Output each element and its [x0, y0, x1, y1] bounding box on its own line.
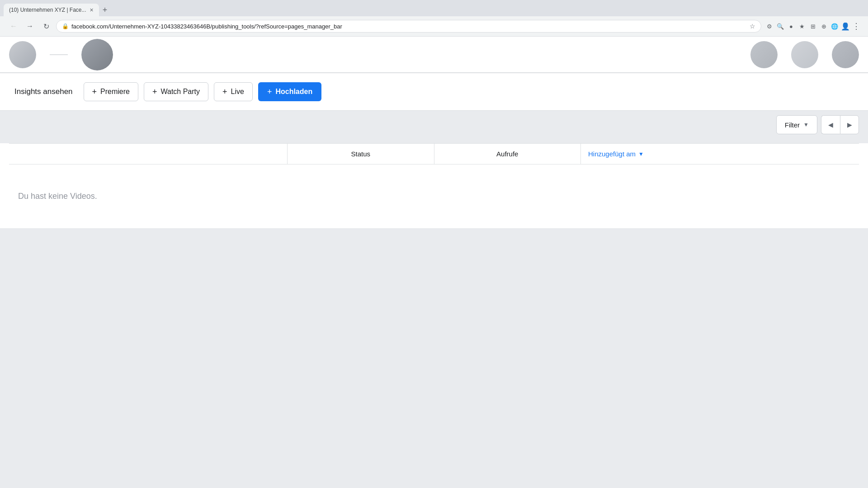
url-text: facebook.com/Unternehmen-XYZ-10433823463…: [71, 23, 747, 30]
back-button[interactable]: ←: [7, 20, 20, 33]
fb-header: [0, 37, 868, 73]
watch-party-button[interactable]: + Watch Party: [144, 82, 208, 101]
filter-row: Filter ▼ ◀ ▶: [0, 111, 868, 143]
extension-icon-1[interactable]: ⚙: [765, 22, 774, 31]
sort-arrow-icon: ▼: [638, 151, 644, 157]
prev-arrow-icon: ◀: [828, 121, 833, 128]
live-label: Live: [231, 88, 244, 96]
empty-state-text: Du hast keine Videos.: [18, 192, 97, 201]
menu-dots-icon[interactable]: ⋮: [852, 22, 861, 31]
refresh-button[interactable]: ↻: [40, 20, 52, 33]
extension-icon-3[interactable]: ●: [787, 22, 796, 31]
live-plus-icon: +: [222, 87, 227, 97]
star-icon: ☆: [750, 23, 755, 30]
profile-icon[interactable]: 👤: [841, 22, 850, 31]
pagination-nav: ◀ ▶: [821, 115, 859, 134]
tab-title: (10) Unternehmen XYZ | Face...: [9, 7, 86, 13]
address-bar: ← → ↻ 🔒 facebook.com/Unternehmen-XYZ-104…: [0, 16, 868, 36]
watch-party-plus-icon: +: [152, 87, 157, 97]
next-arrow-icon: ▶: [847, 121, 852, 128]
new-tab-button[interactable]: +: [99, 5, 111, 15]
extension-icon-2[interactable]: 🔍: [776, 22, 785, 31]
url-bar[interactable]: 🔒 facebook.com/Unternehmen-XYZ-104338234…: [56, 20, 761, 33]
page-avatar-4: [791, 41, 818, 68]
page-avatar-3: [750, 41, 778, 68]
premiere-plus-icon: +: [92, 87, 97, 97]
upload-plus-icon: +: [267, 87, 272, 97]
watch-party-label: Watch Party: [160, 88, 200, 96]
insights-button[interactable]: Insights ansehen: [9, 84, 78, 100]
table-col-hinzugefuegt[interactable]: Hinzugefügt am ▼: [581, 144, 859, 164]
table-col-aufrufe: Aufrufe: [434, 144, 581, 164]
prev-page-button[interactable]: ◀: [821, 115, 840, 134]
action-bar: Insights ansehen + Premiere + Watch Part…: [0, 73, 868, 111]
premiere-button[interactable]: + Premiere: [84, 82, 138, 101]
page-background: [0, 228, 868, 409]
active-tab[interactable]: (10) Unternehmen XYZ | Face... ×: [4, 4, 99, 16]
upload-button[interactable]: + Hochladen: [258, 82, 321, 101]
extension-icon-4[interactable]: ★: [797, 22, 807, 31]
browser-chrome: (10) Unternehmen XYZ | Face... × + ← → ↻…: [0, 0, 868, 37]
insights-label: Insights ansehen: [14, 87, 73, 96]
extension-icon-5[interactable]: ⊞: [808, 22, 817, 31]
live-button[interactable]: + Live: [214, 82, 253, 101]
next-page-button[interactable]: ▶: [840, 115, 859, 134]
page-avatar-5: [832, 41, 859, 68]
empty-state: Du hast keine Videos.: [9, 164, 859, 228]
tab-close-button[interactable]: ×: [90, 7, 94, 13]
filter-label: Filter: [785, 121, 800, 129]
table-col-status: Status: [288, 144, 434, 164]
browser-extension-icons: ⚙ 🔍 ● ★ ⊞ ⊕ 🌐 👤 ⋮: [765, 22, 861, 31]
forward-button[interactable]: →: [24, 20, 36, 33]
page-avatar-2: [81, 39, 113, 70]
videos-table: Status Aufrufe Hinzugefügt am ▼ Du hast …: [0, 143, 868, 228]
page-wrapper: Insights ansehen + Premiere + Watch Part…: [0, 37, 868, 228]
extension-icon-7[interactable]: 🌐: [830, 22, 839, 31]
extension-icon-6[interactable]: ⊕: [819, 22, 828, 31]
premiere-label: Premiere: [100, 88, 130, 96]
upload-label: Hochladen: [275, 88, 312, 96]
table-col-video: [9, 144, 288, 164]
filter-button[interactable]: Filter ▼: [776, 115, 817, 134]
table-header: Status Aufrufe Hinzugefügt am ▼: [9, 143, 859, 164]
tab-bar: (10) Unternehmen XYZ | Face... × +: [0, 0, 868, 16]
page-avatar-1: [9, 41, 36, 68]
lock-icon: 🔒: [62, 23, 69, 29]
filter-dropdown-icon: ▼: [803, 122, 809, 128]
